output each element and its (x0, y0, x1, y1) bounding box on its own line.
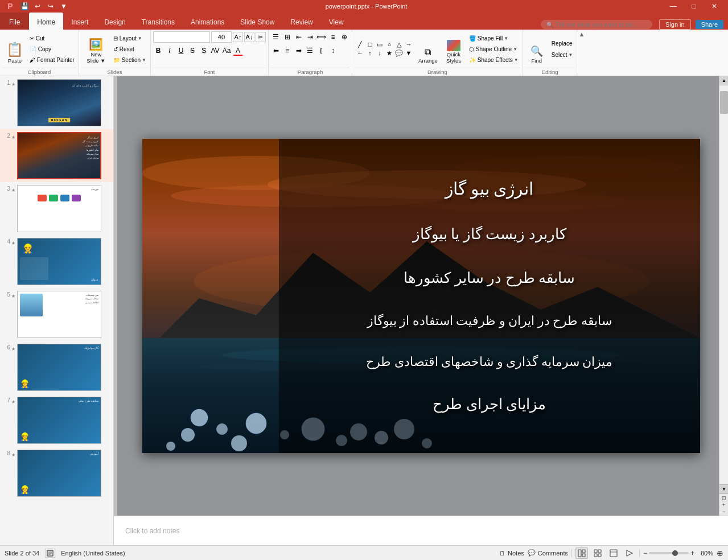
notes-placeholder[interactable]: Click to add notes (125, 527, 179, 535)
zoom-fit-button[interactable]: ⊡ (722, 495, 726, 501)
shapes-gallery[interactable]: ╱ □ ▭ ○ △ → ← ↑ ↓ ★ 💬 ▼ (355, 40, 414, 59)
tab-home[interactable]: Home (29, 13, 63, 30)
maximize-button[interactable]: □ (684, 0, 704, 13)
shape-callout[interactable]: 💬 (394, 50, 404, 57)
slide-show-button[interactable] (623, 547, 636, 559)
close-button[interactable]: ✕ (704, 0, 725, 13)
share-button[interactable]: Share (696, 20, 723, 29)
new-slide-button[interactable]: 🖼️ NewSlide ▼ (81, 34, 111, 65)
italic-button[interactable]: I (164, 46, 175, 56)
reset-button[interactable]: ↺ Reset (112, 44, 148, 54)
line-spacing-button[interactable]: ↕ (328, 46, 338, 56)
replace-button[interactable]: Replace (550, 39, 575, 49)
shape-arrow-down[interactable]: ↓ (375, 50, 384, 57)
slide-thumb-1[interactable]: 1 ★ بیوگاز و کاربرد های آن BIOGAS (0, 76, 113, 129)
font-size-input[interactable] (211, 31, 232, 43)
shape-triangle[interactable]: △ (394, 41, 404, 49)
tab-file[interactable]: File (0, 13, 29, 30)
notes-button[interactable]: 🗒 Notes (499, 550, 524, 557)
align-right-button[interactable]: ➡ (294, 46, 304, 56)
text-direction-button[interactable]: ⟺ (316, 32, 327, 42)
zoom-out-status[interactable]: − (643, 549, 647, 557)
numbering-button[interactable]: ⊞ (282, 32, 293, 42)
character-spacing-button[interactable]: AV (210, 46, 220, 56)
tab-slideshow[interactable]: Slide Show (232, 13, 282, 30)
shape-star[interactable]: ★ (385, 50, 394, 57)
zoom-slider-thumb[interactable] (672, 550, 678, 556)
find-button[interactable]: 🔍 Find (525, 34, 548, 65)
tab-view[interactable]: View (321, 13, 352, 30)
normal-view-button[interactable] (575, 547, 588, 559)
decrease-indent-button[interactable]: ⇤ (294, 32, 304, 42)
shape-effects-button[interactable]: ✨ Shape Effects ▼ (467, 55, 520, 65)
reading-view-button[interactable] (607, 547, 620, 559)
zoom-slider[interactable] (649, 552, 689, 554)
section-button[interactable]: 📁 Section ▼ (112, 55, 148, 65)
shape-arrow-up[interactable]: ↑ (365, 50, 375, 57)
shape-rounded-rect[interactable]: ▭ (375, 41, 384, 49)
shape-outline-button[interactable]: ⬡ Shape Outline ▼ (467, 44, 520, 54)
main-slide[interactable]: انرژی بیو گاز کاربرد زیست گاز یا بیوگاز … (142, 139, 700, 453)
tab-animations[interactable]: Animations (183, 13, 232, 30)
slide-thumb-3[interactable]: 3 ★ فهرست (0, 182, 113, 235)
scroll-track[interactable] (719, 85, 728, 484)
shape-fill-button[interactable]: 🪣 Shape Fill ▼ (467, 34, 520, 44)
zoom-fit-status[interactable]: ⊕ (717, 549, 723, 558)
decrease-font-button[interactable]: A↓ (244, 32, 254, 42)
minimize-button[interactable]: — (663, 0, 684, 13)
underline-button[interactable]: U (176, 46, 186, 56)
font-name-input[interactable] (153, 31, 210, 43)
quick-styles-button[interactable]: QuickStyles (442, 34, 466, 65)
slide-notes-icon[interactable] (45, 549, 55, 558)
align-left-button[interactable]: ⬅ (271, 46, 281, 56)
scroll-down-button[interactable]: ▼ (719, 484, 728, 493)
tab-design[interactable]: Design (96, 13, 133, 30)
font-color-button[interactable]: A (233, 46, 243, 56)
bold-button[interactable]: B (153, 46, 163, 56)
clear-format-button[interactable]: ✂ (256, 32, 266, 42)
arrange-button[interactable]: ⧉ Arrange (416, 34, 440, 65)
save-button[interactable]: 💾 (19, 1, 30, 11)
increase-font-button[interactable]: A↑ (233, 32, 243, 42)
scroll-thumb[interactable] (720, 91, 728, 114)
right-scrollbar[interactable]: ▲ ▼ ⊡ + − (719, 76, 728, 516)
slide-text-container[interactable]: انرژی بیو گاز کاربرد زیست گاز یا بیوگاز … (279, 139, 700, 453)
layout-button[interactable]: ⊟ Layout ▼ (112, 34, 148, 44)
tab-review[interactable]: Review (282, 13, 320, 30)
cut-button[interactable]: ✂ Cut (28, 34, 76, 44)
slide-sorter-button[interactable] (591, 547, 604, 559)
shape-oval[interactable]: ○ (385, 41, 394, 49)
tell-me-input[interactable] (556, 21, 647, 28)
bullets-button[interactable]: ☰ (271, 32, 281, 42)
shape-arrow-right[interactable]: → (404, 41, 413, 49)
strikethrough-button[interactable]: S (187, 46, 198, 56)
slide-thumb-6[interactable]: 6 ★ گاز بیولوژیک 👷 (0, 341, 113, 394)
shadow-button[interactable]: S (199, 46, 209, 56)
undo-button[interactable]: ↩ (32, 1, 43, 11)
comments-button[interactable]: 💬 Comments (528, 549, 568, 557)
tab-transitions[interactable]: Transitions (134, 13, 183, 30)
notes-bar[interactable]: Click to add notes (114, 516, 728, 545)
justify-button[interactable]: ☰ (305, 46, 315, 56)
copy-button[interactable]: 📄 Copy (28, 44, 76, 54)
slide-thumb-4[interactable]: 4 ★ عنوان 👷 (0, 235, 113, 288)
shape-arrow-left[interactable]: ← (356, 50, 365, 57)
slide-thumb-7[interactable]: 7 ★ سابقه طرح ملی 👷 (0, 394, 113, 447)
paste-button[interactable]: 📋 Paste (2, 34, 27, 65)
increase-indent-button[interactable]: ⇥ (305, 32, 315, 42)
shape-rect[interactable]: □ (365, 41, 375, 49)
slide-thumb-2[interactable]: 2 ★ انرژی بیو گازکاربرد زیست گازسابقه طر… (0, 129, 113, 182)
redo-button[interactable]: ↪ (45, 1, 56, 11)
slide-thumb-5[interactable]: 5 ★ متن توضیحاتمطالب مربوطهاطلاعات بیشتر (0, 288, 113, 341)
customize-quick-access[interactable]: ▼ (58, 1, 69, 11)
shape-line[interactable]: ╱ (356, 41, 365, 49)
scroll-up-button[interactable]: ▲ (719, 76, 728, 85)
columns-button[interactable]: ⫿ (316, 46, 327, 56)
format-painter-button[interactable]: 🖌 Format Painter (28, 55, 76, 65)
tab-insert[interactable]: Insert (63, 13, 96, 30)
select-button[interactable]: Select ▼ (550, 50, 575, 60)
change-case-button[interactable]: Aa (221, 46, 232, 56)
align-text-button[interactable]: ≡ (328, 32, 338, 42)
center-button[interactable]: ≡ (282, 46, 293, 56)
collapse-ribbon[interactable]: ▲ (577, 30, 586, 76)
